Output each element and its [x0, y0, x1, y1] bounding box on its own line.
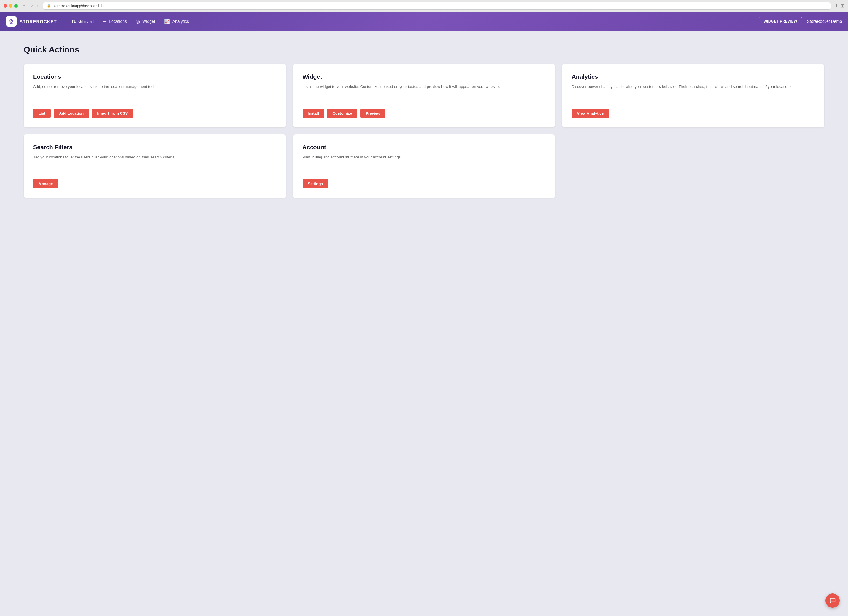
app-logo-area: STOREROCKET: [6, 16, 57, 27]
widget-nav-icon: ◎: [136, 19, 140, 24]
manage-button[interactable]: Manage: [33, 179, 58, 188]
settings-button[interactable]: Settings: [302, 179, 328, 188]
forward-button[interactable]: ›: [36, 3, 39, 9]
search-filters-card: Search Filters Tag your locations to let…: [24, 135, 286, 198]
svg-point-1: [11, 20, 12, 21]
customize-button[interactable]: Customize: [327, 109, 357, 118]
preview-button[interactable]: Preview: [360, 109, 385, 118]
maximize-window-button[interactable]: [14, 4, 18, 8]
home-button[interactable]: ⌂: [21, 3, 27, 9]
nav-dashboard-label: Dashboard: [72, 19, 93, 24]
search-filters-card-title: Search Filters: [33, 144, 276, 151]
logo-svg: [8, 18, 15, 25]
minimize-window-button[interactable]: [9, 4, 12, 8]
nav-widget-link[interactable]: ◎ Widget: [136, 19, 155, 24]
nav-links: ☰ Locations ◎ Widget 📈 Analytics: [102, 19, 759, 24]
add-location-button[interactable]: Add Location: [53, 109, 89, 118]
app-logo-icon: [6, 16, 16, 27]
page-title: Quick Actions: [24, 45, 824, 55]
analytics-card: Analytics Discover powerful analytics sh…: [562, 64, 824, 127]
locations-card-title: Locations: [33, 73, 276, 80]
nav-locations-link[interactable]: ☰ Locations: [102, 19, 127, 24]
chat-bubble-button[interactable]: [826, 594, 840, 608]
widget-preview-button[interactable]: WIDGET PREVIEW: [759, 17, 802, 25]
widget-card-title: Widget: [302, 73, 546, 80]
search-filters-card-desc: Tag your locations to let the users filt…: [33, 154, 276, 171]
browser-toolbar-right: ⬆ ⊞: [835, 3, 844, 9]
widget-card: Widget Install the widget to your websit…: [293, 64, 555, 127]
nav-analytics-label: Analytics: [172, 19, 189, 24]
account-card-title: Account: [302, 144, 546, 151]
close-window-button[interactable]: [4, 4, 7, 8]
widget-card-actions: Install Customize Preview: [302, 109, 546, 118]
account-card: Account Plan, billing and account stuff …: [293, 135, 555, 198]
browser-window-controls: [4, 4, 18, 8]
main-content: Quick Actions Locations Add, edit or rem…: [0, 31, 848, 212]
account-card-actions: Settings: [302, 179, 546, 188]
user-name: StoreRocket Demo: [807, 19, 842, 24]
browser-navigation: ‹ ›: [30, 3, 39, 9]
analytics-card-actions: View Analytics: [572, 109, 815, 118]
app-logo-text: STOREROCKET: [19, 19, 57, 24]
quick-actions-grid: Locations Add, edit or remove your locat…: [24, 64, 824, 198]
locations-nav-icon: ☰: [102, 19, 107, 24]
browser-chrome: ⌂ ‹ › 🔒 storerocket.io/app/dashboard ↻ ⬆…: [0, 0, 848, 12]
app-navbar: STOREROCKET Dashboard ☰ Locations ◎ Widg…: [0, 12, 848, 31]
share-button[interactable]: ⬆: [835, 3, 838, 9]
search-filters-card-actions: Manage: [33, 179, 276, 188]
nav-right: WIDGET PREVIEW StoreRocket Demo: [759, 17, 842, 25]
lock-icon: 🔒: [47, 4, 51, 8]
nav-widget-label: Widget: [142, 19, 155, 24]
locations-card-desc: Add, edit or remove your locations insid…: [33, 84, 276, 101]
url-text: storerocket.io/app/dashboard: [53, 4, 99, 8]
locations-card: Locations Add, edit or remove your locat…: [24, 64, 286, 127]
nav-locations-label: Locations: [109, 19, 127, 24]
chat-icon: [829, 597, 836, 604]
list-button[interactable]: List: [33, 109, 51, 118]
locations-card-actions: List Add Location Import from CSV: [33, 109, 276, 118]
analytics-card-desc: Discover powerful analytics showing your…: [572, 84, 815, 101]
address-bar[interactable]: 🔒 storerocket.io/app/dashboard ↻: [43, 2, 831, 10]
back-button[interactable]: ‹: [30, 3, 34, 9]
account-card-desc: Plan, billing and account stuff are in y…: [302, 154, 546, 171]
analytics-nav-icon: 📈: [164, 19, 170, 24]
install-button[interactable]: Install: [302, 109, 325, 118]
nav-divider: [66, 15, 66, 27]
import-csv-button[interactable]: Import from CSV: [92, 109, 133, 118]
nav-analytics-link[interactable]: 📈 Analytics: [164, 19, 189, 24]
view-analytics-button[interactable]: View Analytics: [572, 109, 609, 118]
analytics-card-title: Analytics: [572, 73, 815, 80]
refresh-button[interactable]: ↻: [101, 4, 104, 8]
grid-button[interactable]: ⊞: [841, 3, 844, 9]
widget-card-desc: Install the widget to your website. Cust…: [302, 84, 546, 101]
